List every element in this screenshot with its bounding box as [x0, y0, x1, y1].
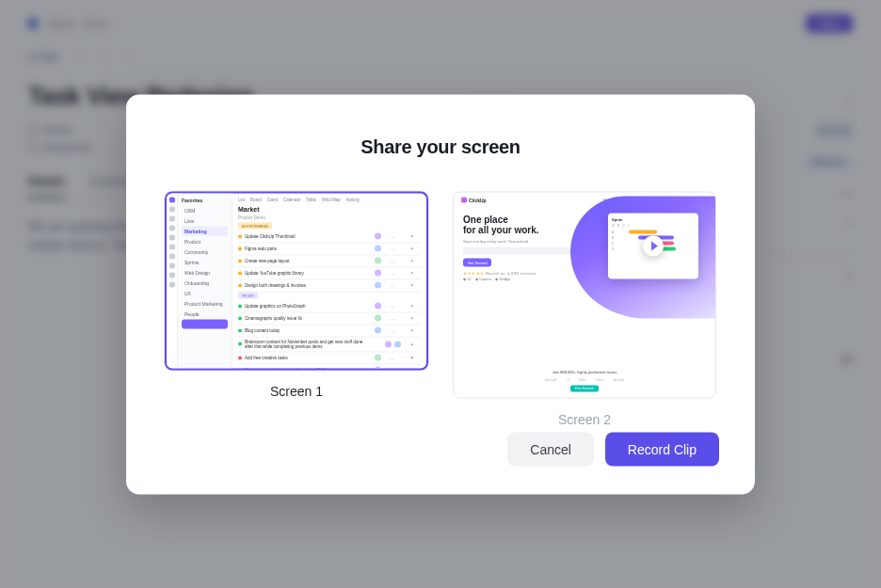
screen-1-thumbnail: Favorites CRM Lists Marketing Product Co… [165, 191, 428, 370]
cancel-button[interactable]: Cancel [507, 432, 594, 466]
screen-1-label: Screen 1 [165, 383, 428, 398]
screen-options: Favorites CRM Lists Marketing Product Co… [162, 191, 719, 398]
screen-2-label: Screen 2 [453, 411, 716, 426]
screen-2-thumbnail: ClickUp ProductLearnPricingEnterpriseLog… [453, 191, 716, 398]
record-clip-button[interactable]: Record Clip [605, 432, 719, 466]
screen-option-2[interactable]: ClickUp ProductLearnPricingEnterpriseLog… [453, 191, 716, 398]
modal-actions: Cancel Record Clip [162, 432, 719, 466]
play-icon [643, 235, 664, 256]
modal-title: Share your screen [162, 135, 719, 157]
share-screen-modal: Share your screen Favorites CRM Lists Ma… [126, 94, 755, 494]
screen-option-1[interactable]: Favorites CRM Lists Marketing Product Co… [165, 191, 428, 398]
